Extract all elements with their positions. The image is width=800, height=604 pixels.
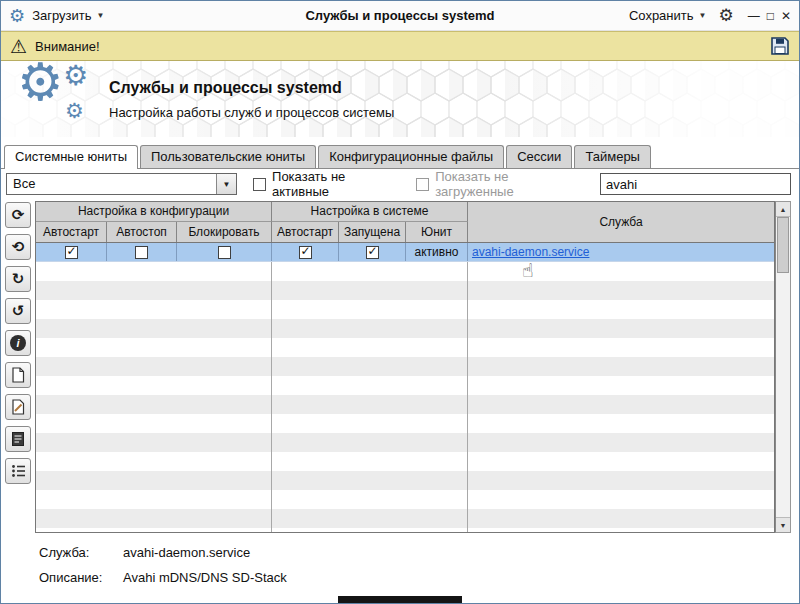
search-input[interactable] <box>600 173 791 195</box>
tab-timers[interactable]: Таймеры <box>574 145 651 168</box>
reload-timer-button[interactable]: ⟲ <box>5 234 31 260</box>
state-filter-dropdown[interactable]: Все ▼ <box>6 173 237 195</box>
tab-sessions[interactable]: Сессии <box>506 145 572 168</box>
app-logo-gears: ⚙ ⚙ ⚙ <box>1 64 109 134</box>
show-unloaded-checkbox[interactable] <box>416 178 429 191</box>
group-header-system: Настройка в системе <box>272 202 468 222</box>
description-value: Avahi mDNS/DNS SD-Stack <box>123 570 287 585</box>
col-header-autostart-system: Автостарт <box>272 222 339 242</box>
show-inactive-checkbox-group: Показать не активные <box>253 169 400 199</box>
tab-system-units[interactable]: Системные юниты <box>4 145 138 169</box>
table-row-empty <box>36 300 774 319</box>
description-label: Описание: <box>39 570 123 585</box>
info-icon: i <box>10 335 26 351</box>
settings-gear-icon[interactable]: ⚙ <box>718 7 733 24</box>
table-row-empty <box>36 338 774 357</box>
col-header-autostop: Автостоп <box>107 222 177 242</box>
dependencies-list-button[interactable] <box>5 458 31 484</box>
minimize-button[interactable]: — <box>748 10 760 22</box>
col-header-service: Служба <box>468 202 774 242</box>
table-row-selected[interactable]: активно avahi-daemon.service <box>36 243 774 262</box>
edit-file-button[interactable] <box>5 394 31 420</box>
file-edit-icon <box>11 399 25 415</box>
running-checkbox[interactable] <box>366 246 379 259</box>
undo-button[interactable]: ↺ <box>5 298 31 324</box>
table-row-empty <box>36 452 774 471</box>
app-window: ⚙ Загрузить ▼ Службы и процессы systemd … <box>0 0 800 604</box>
chevron-down-icon: ▼ <box>97 11 105 20</box>
col-header-unit: Юнит <box>406 222 468 242</box>
save-button[interactable]: Сохранить ▼ <box>629 8 707 23</box>
service-value: avahi-daemon.service <box>123 545 250 560</box>
unit-file-button[interactable] <box>5 362 31 388</box>
undo-icon: ↺ <box>12 302 25 320</box>
scroll-up-button[interactable]: ▲ <box>776 202 790 217</box>
save-floppy-icon[interactable] <box>770 36 790 56</box>
combo-arrow-icon[interactable]: ▼ <box>216 174 236 194</box>
cursor-pointer-icon: ☝ <box>522 259 534 282</box>
close-button[interactable]: ✕ <box>781 10 791 22</box>
refresh-button[interactable]: ⟳ <box>5 202 31 228</box>
table-row-empty <box>36 471 774 490</box>
table-wrap: Настройка в конфигурации Настройка в сис… <box>35 201 791 533</box>
scrollbar-thumb[interactable] <box>777 217 789 273</box>
chevron-down-icon: ▼ <box>699 11 707 20</box>
table-row-empty <box>36 433 774 452</box>
info-button[interactable]: i <box>5 330 31 356</box>
vertical-scrollbar[interactable]: ▲ ▼ <box>775 201 791 533</box>
main-area: ⟳ ⟲ ↻ ↺ i <box>1 199 799 533</box>
details-panel: Служба: avahi-daemon.service Описание: A… <box>1 533 799 603</box>
tab-user-units[interactable]: Пользовательские юниты <box>140 145 316 168</box>
table-row-empty <box>36 414 774 433</box>
block-checkbox[interactable] <box>218 246 231 259</box>
load-button-label: Загрузить <box>32 8 91 23</box>
journal-button[interactable] <box>5 426 31 452</box>
window-title: Службы и процессы systemd <box>229 8 571 23</box>
maximize-button[interactable]: □ <box>767 10 774 22</box>
table-empty-rows <box>36 262 774 532</box>
show-inactive-checkbox[interactable] <box>253 178 266 191</box>
side-toolbar: ⟳ ⟲ ↻ ↺ i <box>5 201 33 533</box>
show-unloaded-checkbox-group: Показать не загруженные <box>416 169 584 199</box>
table-row-empty <box>36 376 774 395</box>
titlebar-left: ⚙ Загрузить ▼ <box>9 7 229 25</box>
table-row-empty <box>36 490 774 509</box>
tab-bar: Системные юниты Пользовательские юниты К… <box>1 137 799 169</box>
service-link[interactable]: avahi-daemon.service <box>472 245 589 259</box>
state-filter-value: Все <box>7 174 216 194</box>
warning-bar: ⚠ Внимание! <box>1 31 799 61</box>
refresh-icon: ⟳ <box>12 206 25 224</box>
autostop-checkbox[interactable] <box>135 246 148 259</box>
table-row-empty <box>36 357 774 376</box>
warning-icon: ⚠ <box>10 37 27 56</box>
unit-status: активно <box>406 243 468 261</box>
show-inactive-label: Показать не активные <box>272 169 400 199</box>
save-button-label: Сохранить <box>629 8 694 23</box>
file-icon <box>11 367 25 383</box>
titlebar: ⚙ Загрузить ▼ Службы и процессы systemd … <box>1 1 799 31</box>
autostart-config-checkbox[interactable] <box>65 246 78 259</box>
units-table: Настройка в конфигурации Настройка в сис… <box>35 201 775 533</box>
table-row-empty <box>36 281 774 300</box>
table-row-empty <box>36 262 774 281</box>
table-body: активно avahi-daemon.service ☝ <box>36 243 774 532</box>
filter-bar: Все ▼ Показать не активные Показать не з… <box>1 169 799 199</box>
bottom-dark-strip <box>338 596 462 603</box>
titlebar-right: Сохранить ▼ ⚙ — □ ✕ <box>571 7 791 24</box>
load-button[interactable]: Загрузить ▼ <box>32 8 104 23</box>
reload-timer-icon: ⟲ <box>12 238 25 256</box>
restart-button[interactable]: ↻ <box>5 266 31 292</box>
autostart-system-checkbox[interactable] <box>299 246 312 259</box>
warning-text: Внимание! <box>35 39 100 54</box>
scroll-down-button[interactable]: ▼ <box>776 517 790 532</box>
gear-icon: ⚙ <box>63 62 88 90</box>
tab-config-files[interactable]: Конфигурационные файлы <box>318 145 504 168</box>
gear-icon: ⚙ <box>65 100 84 121</box>
table-header: Настройка в конфигурации Настройка в сис… <box>36 202 774 243</box>
table-row-empty <box>36 395 774 414</box>
gear-icon: ⚙ <box>17 61 64 108</box>
window-controls: — □ ✕ <box>748 10 791 22</box>
table-row-empty <box>36 528 774 532</box>
group-header-config: Настройка в конфигурации <box>36 202 272 222</box>
list-icon <box>11 464 26 478</box>
